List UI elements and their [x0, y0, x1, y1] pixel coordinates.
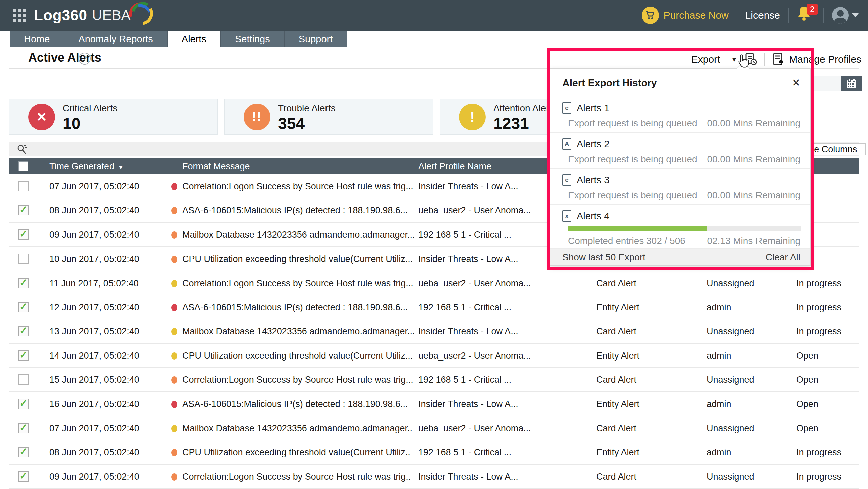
alert-profile-name-cell: ueba_user2 - User Anoma... [418, 344, 531, 368]
license-link[interactable]: License [745, 10, 780, 21]
export-item-time-remaining: 00.00 Mins Remaining [707, 118, 800, 128]
time-generated-cell: 07 Jun 2017, 05:02:40 [50, 416, 139, 440]
user-menu[interactable] [832, 7, 859, 24]
row-checkbox[interactable]: ✓ [18, 254, 29, 264]
close-icon[interactable]: ✕ [792, 69, 800, 97]
tab-anomaly-reports[interactable]: Anomaly Reports [64, 31, 167, 48]
row-checkbox[interactable]: ✓ [18, 302, 29, 312]
assigned-to-cell: admin [707, 392, 732, 416]
critical-x-icon: ✕ [28, 104, 55, 130]
popup-title: Alert Export History [562, 69, 657, 97]
status-cell: Open [796, 392, 818, 416]
export-item[interactable]: c Alerts 3 Export request is being queue… [550, 169, 810, 205]
notifications-bell-icon[interactable]: 2 [797, 5, 815, 25]
format-message-cell: Correlation:Logon Success by Source Host… [182, 368, 413, 392]
time-generated-cell: 16 Jun 2017, 05:02:40 [50, 392, 139, 416]
alert-profile-name-cell: Insider Threats - Low A... [418, 392, 519, 416]
row-checkbox[interactable]: ✓ [18, 229, 29, 240]
alert-type-cell: Card Alert [596, 271, 636, 295]
column-header-time-generated[interactable]: Time Generated▼ [50, 158, 124, 175]
row-checkbox[interactable]: ✓ [18, 471, 29, 482]
table-row[interactable]: ✓ 14 Jun 2017, 05:02:40 CPU Utilization … [9, 344, 859, 368]
assigned-to-cell: Unassigned [707, 416, 754, 440]
row-checkbox[interactable]: ✓ [18, 205, 29, 215]
calendar-icon[interactable] [841, 76, 862, 91]
row-checkbox[interactable]: ✓ [18, 278, 29, 288]
tab-settings[interactable]: Settings [221, 31, 285, 48]
assigned-to-cell: Unassigned [707, 368, 754, 392]
alert-profile-name-cell: 192 168 5 1 - Critical ... [418, 295, 512, 319]
purchase-now-button[interactable]: Purchase Now [642, 7, 729, 24]
alert-type-cell: Entity Alert [596, 392, 639, 416]
status-cell: In progress [796, 465, 841, 489]
row-checkbox[interactable]: ✓ [18, 374, 29, 385]
table-row[interactable]: ✓ 11 Jun 2017, 05:02:40 Correlation:Logo… [9, 271, 859, 295]
row-checkbox[interactable]: ✓ [18, 350, 29, 361]
manage-profiles-button[interactable]: Manage Profiles [772, 53, 861, 66]
table-row[interactable]: ✓ 08 Jun 2017, 05:02:40 CPU Utilization … [9, 440, 859, 464]
time-generated-cell: 15 Jun 2017, 05:02:40 [50, 368, 139, 392]
table-row[interactable]: ✓ 15 Jun 2017, 05:02:40 Correlation:Logo… [9, 368, 859, 392]
export-caret-icon: ▼ [731, 56, 738, 63]
row-checkbox[interactable]: ✓ [18, 181, 29, 192]
search-icon[interactable] [17, 144, 28, 155]
format-message-cell: CPU Utilization exceeding threshold valu… [182, 440, 410, 464]
manage-profiles-label: Manage Profiles [789, 54, 861, 65]
format-message-cell: Correlation:Logon Success by Source Host… [182, 271, 413, 295]
main-nav: Home Anomaly Reports Alerts Settings Sup… [0, 31, 347, 48]
clear-all-link[interactable]: Clear All [766, 252, 800, 262]
table-row[interactable]: ✓ 12 Jun 2017, 05:02:40 ASA-6-106015:Mal… [9, 295, 859, 319]
csv-file-icon: c [562, 174, 571, 186]
critical-alerts-card[interactable]: ✕ Critical Alerts 10 [9, 98, 218, 135]
table-row[interactable]: ✓ 09 Jun 2017, 05:02:40 Correlation:Logo… [9, 465, 859, 489]
popup-caret-icon [737, 63, 749, 69]
time-generated-cell: 14 Jun 2017, 05:02:40 [50, 344, 139, 368]
table-row[interactable]: ✓ 07 Jun 2017, 05:02:40 Mailbox Database… [9, 416, 859, 440]
profile-notification-icon [772, 53, 785, 66]
trouble-exclamation-icon: !! [244, 104, 271, 130]
table-row[interactable]: ✓ 13 Jun 2017, 05:02:40 Mailbox Database… [9, 319, 859, 343]
export-dropdown-button[interactable]: Export ▼ [691, 54, 738, 65]
export-item-status: Export request is being queued [568, 154, 698, 165]
row-checkbox[interactable]: ✓ [18, 423, 29, 433]
table-row[interactable]: ✓ 16 Jun 2017, 05:02:40 ASA-6-106015:Mal… [9, 392, 859, 416]
severity-dot-icon [171, 304, 177, 311]
format-message-cell: Mailbox Database 1432023356 admandemo.ad… [182, 416, 412, 440]
checkmark-icon: ✓ [19, 300, 28, 312]
export-item[interactable]: c Alerts 1 Export request is being queue… [550, 97, 810, 133]
show-last-50-export-link[interactable]: Show last 50 Export [562, 252, 645, 262]
xls-file-icon: x [562, 210, 571, 222]
format-message-cell: Correlation:Logon Success by Source Host… [182, 465, 411, 489]
top-bar-right: Purchase Now License 2 [642, 0, 859, 31]
tab-support[interactable]: Support [285, 31, 347, 48]
status-cell: Open [796, 344, 818, 368]
logo-swoosh-icon [128, 0, 153, 25]
column-header-format-message[interactable]: Format Message [182, 158, 250, 174]
tab-home[interactable]: Home [10, 31, 64, 48]
alert-profile-name-cell: Insider Threats - Low A... [418, 465, 519, 489]
format-message-cell: Correlation:Logon Success by Source Host… [182, 174, 413, 198]
export-item-name: Alerts 1 [577, 103, 609, 114]
export-item[interactable]: A Alerts 2 Export request is being queue… [550, 133, 810, 169]
severity-dot-icon [171, 473, 177, 481]
sort-descending-icon: ▼ [118, 164, 124, 171]
severity-dot-icon [171, 256, 177, 263]
app-grid-icon[interactable] [13, 9, 27, 23]
trouble-alerts-card[interactable]: !! Trouble Alerts 354 [224, 98, 433, 135]
assigned-to-cell: Unassigned [707, 319, 754, 343]
alert-profile-name-cell: Insider Threats - Low A... [418, 247, 519, 271]
severity-dot-icon [171, 449, 177, 456]
help-icon[interactable]: ? [79, 53, 91, 65]
time-generated-cell: 13 Jun 2017, 05:02:40 [50, 319, 139, 343]
severity-dot-icon [171, 280, 177, 287]
tab-alerts[interactable]: Alerts [167, 31, 221, 48]
column-header-alert-profile-name[interactable]: Alert Profile Name [418, 158, 491, 174]
export-item[interactable]: x Alerts 4 Completed entries 302 / 506 0… [550, 205, 810, 249]
row-checkbox[interactable]: ✓ [18, 399, 29, 409]
divider [764, 53, 765, 66]
alert-type-cell: Card Alert [596, 319, 636, 343]
select-all-checkbox[interactable] [18, 161, 28, 171]
row-checkbox[interactable]: ✓ [18, 447, 29, 457]
severity-dot-icon [171, 352, 177, 360]
row-checkbox[interactable]: ✓ [18, 326, 29, 336]
